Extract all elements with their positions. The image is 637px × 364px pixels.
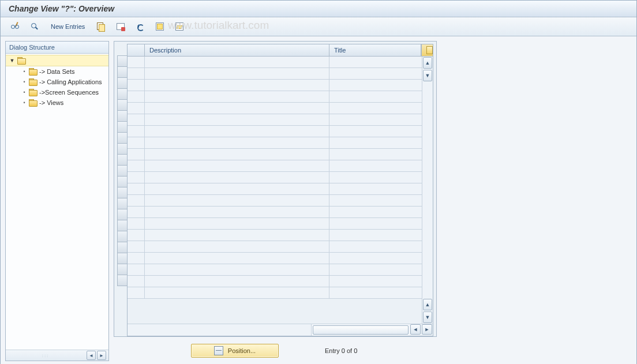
row-selector-button[interactable] (117, 231, 128, 242)
cell-description[interactable] (145, 80, 329, 91)
cell-title[interactable] (329, 103, 422, 114)
row-marker-cell[interactable] (128, 276, 145, 287)
row-selector-button[interactable] (117, 198, 128, 209)
row-selector-button[interactable] (117, 110, 128, 122)
table-row[interactable] (128, 149, 422, 160)
cell-title[interactable] (329, 253, 422, 264)
cell-description[interactable] (145, 253, 329, 264)
hscroll-thumb[interactable] (313, 325, 409, 335)
tree-item-screen-sequences[interactable]: • ->Screen Sequences (6, 87, 108, 97)
row-selector-button[interactable] (117, 99, 128, 111)
row-marker-cell[interactable] (128, 68, 145, 79)
tree-item-views[interactable]: • -> Views (6, 97, 108, 108)
tree-scroll-left-button[interactable]: ◄ (87, 351, 96, 360)
table-row[interactable] (128, 68, 422, 80)
cell-title[interactable] (329, 57, 422, 67)
row-marker-cell[interactable] (128, 149, 145, 160)
cell-description[interactable] (145, 103, 329, 114)
scroll-up-step-button[interactable]: ▲ (423, 299, 432, 310)
row-selector-button[interactable] (117, 220, 128, 231)
table-row[interactable] (128, 287, 422, 299)
row-selector-button[interactable] (117, 55, 128, 67)
cell-title[interactable] (329, 183, 422, 194)
table-row[interactable] (128, 264, 422, 276)
cell-title[interactable] (329, 68, 422, 79)
table-row[interactable] (128, 276, 422, 287)
cell-title[interactable] (329, 207, 422, 217)
scroll-down-step-button[interactable]: ▼ (423, 70, 432, 81)
grid-config-button[interactable] (421, 44, 433, 56)
cell-description[interactable] (145, 126, 329, 137)
table-row[interactable] (128, 230, 422, 241)
grid-vertical-scrollbar[interactable]: ▲ ▼ ▲ ▼ (422, 57, 433, 324)
table-row[interactable] (128, 207, 422, 218)
cell-title[interactable] (329, 287, 422, 298)
table-row[interactable] (128, 91, 422, 103)
table-row[interactable] (128, 253, 422, 264)
grid-header-description[interactable]: Description (145, 44, 329, 56)
hscroll-track[interactable] (311, 324, 410, 336)
row-marker-cell[interactable] (128, 126, 145, 137)
cell-description[interactable] (145, 68, 329, 79)
cell-description[interactable] (145, 264, 329, 275)
row-marker-cell[interactable] (128, 183, 145, 194)
cell-description[interactable] (145, 241, 329, 252)
cell-description[interactable] (145, 276, 329, 287)
row-selector-button[interactable] (117, 253, 128, 264)
row-marker-cell[interactable] (128, 57, 145, 67)
scroll-up-button[interactable]: ▲ (423, 57, 432, 69)
table-row[interactable] (128, 126, 422, 137)
cell-description[interactable] (145, 172, 329, 183)
grid-header-selector[interactable] (128, 44, 145, 56)
cell-title[interactable] (329, 241, 422, 252)
cell-title[interactable] (329, 276, 422, 287)
row-marker-cell[interactable] (128, 172, 145, 183)
cell-description[interactable] (145, 218, 329, 229)
tree-item-calling-applications[interactable]: • -> Calling Applications (6, 77, 108, 87)
scroll-track[interactable] (422, 82, 433, 298)
cell-title[interactable] (329, 264, 422, 275)
row-marker-cell[interactable] (128, 91, 145, 102)
grid-horizontal-scrollbar[interactable]: ◄ ► (128, 324, 433, 336)
row-selector-button[interactable] (117, 66, 128, 78)
cell-title[interactable] (329, 126, 422, 137)
cell-description[interactable] (145, 195, 329, 206)
cell-title[interactable] (329, 160, 422, 171)
row-marker-cell[interactable] (128, 137, 145, 148)
row-marker-cell[interactable] (128, 103, 145, 114)
table-row[interactable] (128, 103, 422, 114)
new-entries-button[interactable]: New Entries (46, 20, 90, 33)
row-selector-button[interactable] (117, 121, 128, 133)
cell-description[interactable] (145, 207, 329, 217)
delete-button[interactable] (112, 20, 129, 33)
row-marker-cell[interactable] (128, 218, 145, 229)
select-all-button[interactable] (151, 20, 168, 33)
cell-description[interactable] (145, 149, 329, 160)
cell-title[interactable] (329, 91, 422, 102)
row-marker-cell[interactable] (128, 241, 145, 252)
tree-root[interactable]: ▼ (6, 55, 108, 66)
cell-description[interactable] (145, 114, 329, 125)
row-selector-button[interactable] (117, 242, 128, 253)
cell-description[interactable] (145, 183, 329, 194)
row-selector-button[interactable] (117, 77, 128, 89)
cell-title[interactable] (329, 218, 422, 229)
position-button[interactable]: Position... (191, 344, 279, 358)
table-row[interactable] (128, 241, 422, 253)
row-marker-cell[interactable] (128, 195, 145, 206)
row-selector-button[interactable] (117, 176, 128, 187)
tree-item-data-sets[interactable]: • -> Data Sets (6, 66, 108, 77)
cell-title[interactable] (329, 80, 422, 91)
cell-title[interactable] (329, 114, 422, 125)
row-marker-cell[interactable] (128, 80, 145, 91)
row-selector-button[interactable] (117, 88, 128, 100)
undo-button[interactable] (132, 20, 149, 33)
row-selector-button[interactable] (117, 264, 128, 275)
row-selector-button[interactable] (117, 275, 128, 286)
cell-description[interactable] (145, 230, 329, 241)
row-marker-cell[interactable] (128, 253, 145, 264)
row-selector-button[interactable] (117, 165, 128, 177)
expander-icon[interactable]: ▼ (9, 58, 15, 63)
table-row[interactable] (128, 80, 422, 91)
row-marker-cell[interactable] (128, 287, 145, 298)
